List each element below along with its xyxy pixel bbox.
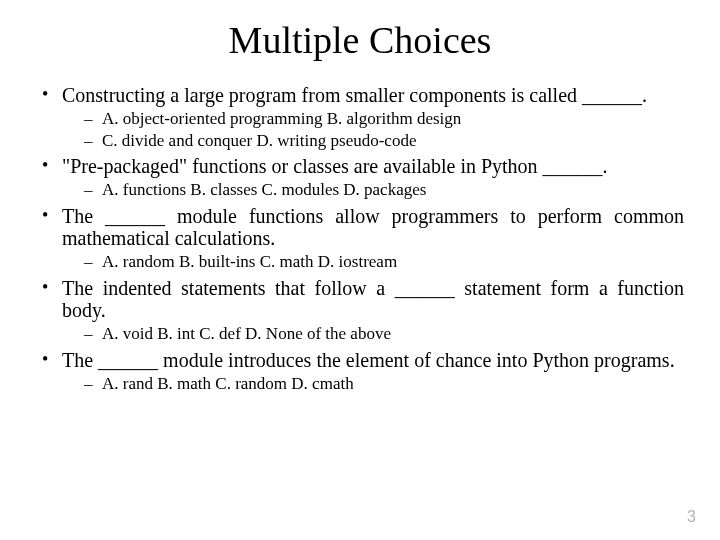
question-text: Constructing a large program from smalle… [62, 84, 684, 106]
option-line: A. random B. built-ins C. math D. iostre… [84, 251, 684, 272]
option-list: A. void B. int C. def D. None of the abo… [84, 323, 684, 344]
question-item: The indented statements that follow a __… [36, 277, 684, 345]
page-number: 3 [687, 508, 696, 526]
option-line: C. divide and conquer D. writing pseudo-… [84, 130, 684, 151]
question-text: The ______ module functions allow progra… [62, 205, 684, 250]
question-text: "Pre-packaged" functions or classes are … [62, 155, 684, 177]
option-list: A. random B. built-ins C. math D. iostre… [84, 251, 684, 272]
question-item: The ______ module introduces the element… [36, 349, 684, 395]
question-item: The ______ module functions allow progra… [36, 205, 684, 273]
option-line: A. object-oriented programming B. algori… [84, 108, 684, 129]
option-list: A. functions B. classes C. modules D. pa… [84, 179, 684, 200]
option-list: A. object-oriented programming B. algori… [84, 108, 684, 151]
option-line: A. functions B. classes C. modules D. pa… [84, 179, 684, 200]
question-text: The ______ module introduces the element… [62, 349, 684, 371]
question-list: Constructing a large program from smalle… [36, 84, 684, 394]
question-item: Constructing a large program from smalle… [36, 84, 684, 151]
slide-title: Multiple Choices [36, 18, 684, 62]
option-line: A. rand B. math C. random D. cmath [84, 373, 684, 394]
option-line: A. void B. int C. def D. None of the abo… [84, 323, 684, 344]
option-list: A. rand B. math C. random D. cmath [84, 373, 684, 394]
question-item: "Pre-packaged" functions or classes are … [36, 155, 684, 201]
slide: Multiple Choices Constructing a large pr… [0, 0, 720, 394]
question-text: The indented statements that follow a __… [62, 277, 684, 322]
